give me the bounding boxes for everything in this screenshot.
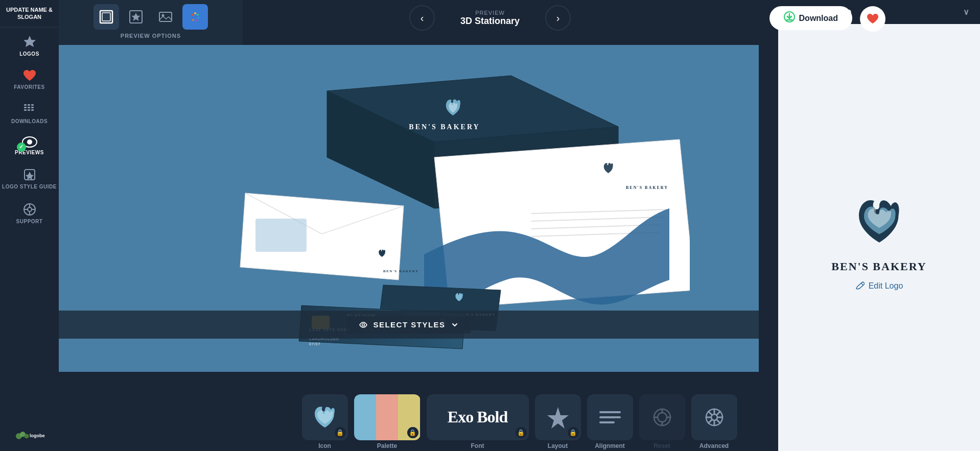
svg-line-84: [717, 420, 720, 423]
downloads-icon: [22, 102, 37, 116]
preview-prev-button[interactable]: ‹: [409, 5, 435, 31]
sidebar: UPDATE NAME & SLOGAN LOGOS FAVORITES: [0, 0, 59, 451]
svg-point-35: [195, 19, 197, 21]
toolbar-item-layout[interactable]: 🔒 Layout: [535, 394, 581, 449]
preview-frame-button[interactable]: [94, 4, 119, 30]
svg-line-86: [708, 420, 712, 423]
palette-box: 🔒: [354, 394, 421, 440]
logobean-logo: logobean: [14, 419, 45, 451]
svg-point-31: [192, 14, 194, 16]
reset-box: [639, 394, 685, 440]
download-icon: [784, 11, 795, 25]
svg-marker-0: [24, 36, 36, 47]
logo-brand-name: BEN'S BAKERY: [831, 260, 926, 273]
svg-point-72: [658, 413, 667, 422]
alignment-box: [587, 394, 633, 440]
svg-rect-5: [28, 107, 30, 108]
sidebar-item-support-label: SUPPORT: [16, 219, 43, 224]
sidebar-item-downloads[interactable]: DOWNLOADS: [0, 95, 59, 129]
svg-text:07/07: 07/07: [309, 342, 321, 346]
select-styles-bar: SELECT STYLES: [59, 311, 759, 339]
right-panel: SELECTED LOGO ∨ BEN'S BAKERY Edit Logo: [778, 0, 980, 451]
toolbar-item-palette[interactable]: 🔒 Palette: [354, 394, 421, 449]
sidebar-item-support[interactable]: SUPPORT: [0, 195, 59, 229]
preview-palette-button[interactable]: [182, 4, 208, 30]
icon-box: 🔒: [302, 394, 348, 440]
logo-style-guide-icon: [22, 168, 37, 182]
svg-rect-53: [255, 219, 307, 252]
download-label: Download: [799, 14, 838, 23]
svg-point-34: [197, 17, 199, 19]
sidebar-item-logo-style-guide-label: LOGO STYLE GUIDE: [2, 184, 57, 190]
sidebar-item-favorites[interactable]: FAVORITES: [0, 62, 59, 95]
font-display: Exo Bold: [448, 408, 507, 426]
svg-rect-3: [24, 109, 27, 111]
logos-icon: [22, 35, 37, 49]
support-icon: [22, 202, 37, 217]
chevron-down-icon: ∨: [963, 7, 970, 17]
palette-label: Palette: [377, 442, 397, 449]
sidebar-item-logo-style-guide[interactable]: LOGO STYLE GUIDE: [0, 160, 59, 195]
svg-rect-7: [31, 104, 34, 106]
svg-point-32: [194, 12, 196, 14]
sidebar-item-logos[interactable]: LOGOS: [0, 28, 59, 62]
preview-image-button[interactable]: [153, 4, 178, 30]
svg-text:BEN'S BAKERY: BEN'S BAKERY: [409, 123, 480, 131]
svg-point-36: [192, 19, 194, 21]
select-styles-label: SELECT STYLES: [373, 320, 445, 329]
edit-logo-label: Edit Logo: [869, 281, 903, 291]
palette-lock-badge: 🔒: [407, 427, 418, 438]
toolbar-item-icon[interactable]: 🔒 Icon: [302, 394, 348, 449]
svg-point-11: [27, 139, 32, 145]
svg-marker-67: [547, 407, 569, 429]
toolbar-item-font[interactable]: Exo Bold 🔒 Font: [427, 394, 529, 449]
reset-label: Reset: [654, 442, 670, 449]
svg-point-33: [197, 14, 199, 16]
svg-line-83: [708, 411, 712, 415]
svg-point-66: [362, 323, 365, 326]
toolbar-item-reset[interactable]: Reset: [639, 394, 685, 449]
font-label: Font: [471, 442, 484, 449]
svg-rect-6: [28, 109, 30, 111]
previews-icon: ✓: [22, 136, 37, 148]
svg-rect-9: [31, 109, 34, 111]
preview-label-small: PREVIEW: [475, 10, 505, 16]
swatch-2: [376, 394, 398, 440]
preview-options-panel: PREVIEW OPTIONS: [59, 0, 243, 45]
preview-label-box: PREVIEW 3D Stationary: [439, 7, 541, 30]
swatch-1: [354, 394, 376, 440]
preview-next-button[interactable]: ›: [545, 5, 571, 31]
heart-button[interactable]: [860, 6, 885, 32]
logo-preview-svg: [828, 184, 930, 256]
icon-label: Icon: [318, 442, 331, 449]
font-lock-badge: 🔒: [516, 427, 527, 438]
advanced-box: [691, 394, 737, 440]
toolbar-item-alignment[interactable]: Alignment: [587, 394, 633, 449]
sidebar-item-previews[interactable]: ✓ PREVIEWS: [0, 129, 59, 160]
sidebar-item-logos-label: LOGOS: [19, 51, 39, 57]
select-styles-button[interactable]: SELECT STYLES: [346, 316, 471, 334]
sidebar-item-downloads-label: DOWNLOADS: [11, 118, 48, 124]
svg-marker-13: [26, 172, 34, 180]
preview-star-button[interactable]: [123, 4, 149, 30]
preview-nav: ‹ PREVIEW 3D Stationary ›: [409, 5, 571, 31]
toolbar-item-advanced[interactable]: Advanced: [691, 394, 737, 449]
preview-icons-row: [94, 4, 208, 30]
previews-badge: ✓: [17, 143, 26, 152]
svg-rect-25: [102, 13, 110, 21]
edit-logo-button[interactable]: Edit Logo: [855, 281, 903, 291]
font-box: Exo Bold 🔒: [427, 394, 529, 440]
download-button[interactable]: Download: [769, 6, 852, 30]
logo-preview-area: BEN'S BAKERY Edit Logo: [778, 24, 980, 451]
update-name-button[interactable]: UPDATE NAME & SLOGAN: [0, 0, 59, 28]
svg-rect-2: [24, 107, 27, 108]
svg-point-22: [24, 434, 29, 438]
sidebar-item-favorites-label: FAVORITES: [14, 84, 44, 90]
svg-text:logobean: logobean: [30, 433, 45, 438]
advanced-label: Advanced: [699, 442, 729, 449]
preview-label-main: 3D Stationary: [460, 16, 520, 27]
svg-text:BEN'S BAKERY: BEN'S BAKERY: [626, 185, 668, 190]
layout-box: 🔒: [535, 394, 581, 440]
svg-point-15: [28, 207, 32, 211]
icon-lock-badge: 🔒: [335, 427, 346, 438]
